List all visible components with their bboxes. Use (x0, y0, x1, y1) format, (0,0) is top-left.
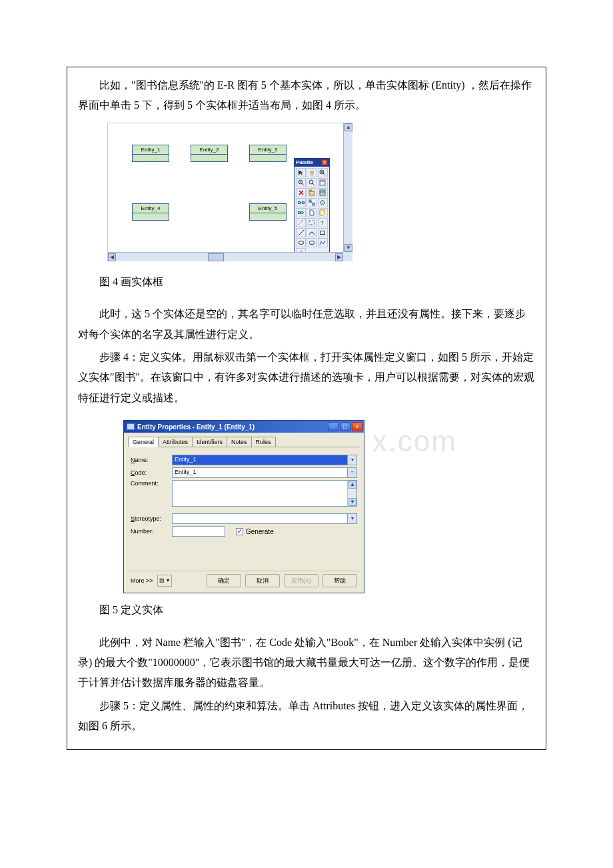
svg-line-1 (323, 173, 325, 175)
close-icon[interactable]: × (321, 159, 328, 165)
number-label: Number: (131, 528, 172, 535)
palette-grid: T (295, 167, 329, 259)
entity-tool-icon[interactable] (318, 188, 328, 197)
palette-titlebar[interactable]: Palette × (295, 159, 329, 167)
text-tool-icon[interactable] (306, 218, 316, 227)
dialog-footer: More >> ▤ ▾ 确定 取消 应用(A) 帮助 (128, 571, 360, 589)
maximize-button[interactable]: □ (340, 422, 350, 431)
rectangle-tool-icon[interactable] (318, 228, 328, 237)
svg-rect-21 (312, 203, 314, 205)
watermark-text: x.com (372, 425, 457, 458)
horizontal-scrollbar[interactable]: ◀ ▶ (108, 252, 343, 261)
vertical-scrollbar[interactable]: ▲ ▼ (343, 123, 352, 252)
rounded-rect-tool-icon[interactable] (306, 238, 316, 247)
svg-text:T: T (320, 220, 324, 226)
palette-toolbox[interactable]: Palette × (294, 158, 330, 259)
tab-identifiers[interactable]: Identifiers (192, 437, 227, 447)
figure-4-caption: 图 4 画实体框 (78, 272, 535, 292)
entity-box[interactable]: Entity_4 (132, 203, 169, 221)
figure-4-canvas-area: Entity_1 Entity_2 Entity_3 Entity_4 Enti… (107, 123, 352, 261)
entity-box[interactable]: Entity_5 (249, 203, 287, 221)
entity-body (250, 155, 286, 161)
delete-icon[interactable] (296, 188, 306, 197)
polyline-tool-icon[interactable] (318, 238, 328, 247)
svg-rect-13 (309, 191, 314, 195)
svg-rect-15 (320, 190, 325, 195)
svg-rect-14 (309, 190, 312, 191)
scroll-right-icon[interactable]: ▶ (335, 253, 343, 261)
tab-general[interactable]: General (128, 437, 159, 447)
more-button[interactable]: More >> (131, 577, 153, 584)
association-icon[interactable] (318, 198, 328, 207)
name-dropdown-icon[interactable]: ▾ (348, 455, 357, 465)
paragraph: 比如，"图书信息系统"的 E-R 图有 5 个基本实体，所以，单击实体图标 (E… (78, 75, 535, 116)
svg-rect-17 (298, 201, 300, 203)
svg-line-22 (310, 202, 313, 203)
code-input[interactable]: Entity_1 (172, 467, 348, 478)
stereotype-input[interactable] (172, 513, 348, 524)
paragraph: 此时，这 5 个实体还是空的，其名字可以临时任意选取，并且还没有属性。接下来，要… (78, 304, 535, 345)
stereotype-label: Stereotype: (131, 515, 172, 522)
dialog-titlebar[interactable]: Entity Properties - Entity_1 (Entity_1) … (124, 421, 364, 433)
tab-notes[interactable]: Notes (227, 437, 252, 447)
close-button[interactable]: × (352, 422, 362, 431)
tab-attributes[interactable]: Attributes (158, 437, 193, 447)
note-icon[interactable] (318, 208, 328, 217)
scroll-up-icon[interactable]: ▲ (348, 481, 356, 489)
palette-title-text: Palette (296, 159, 313, 165)
tab-rules[interactable]: Rules (251, 437, 276, 447)
number-input[interactable] (172, 526, 225, 537)
entity-box[interactable]: Entity_3 (249, 145, 287, 162)
diagram-canvas[interactable]: Entity_1 Entity_2 Entity_3 Entity_4 Enti… (108, 123, 343, 252)
generate-checkbox[interactable]: ✓ (236, 528, 243, 535)
name-input[interactable]: Entity_1 (172, 455, 348, 465)
svg-line-8 (312, 183, 314, 185)
apply-button[interactable]: 应用(A) (284, 574, 318, 587)
properties-icon[interactable] (318, 178, 328, 187)
link-icon[interactable] (296, 208, 306, 217)
figure-5-caption: 图 5 定义实体 (78, 600, 535, 620)
svg-rect-28 (320, 231, 325, 234)
textarea-scrollbar[interactable]: ▲ ▼ (347, 481, 356, 506)
svg-line-27 (299, 230, 304, 235)
minimize-button[interactable]: – (328, 422, 338, 431)
entity-box[interactable]: Entity_1 (132, 145, 169, 162)
scroll-up-icon[interactable]: ▲ (344, 123, 352, 131)
entity-box[interactable]: Entity_2 (191, 145, 228, 162)
svg-rect-20 (309, 200, 311, 202)
dialog-tabs: General Attributes Identifiers Notes Rul… (128, 435, 360, 447)
paragraph: 步骤 5：定义属性、属性的约束和算法。单击 Attributes 按钮，进入定义… (78, 696, 535, 737)
menu-dropdown-icon[interactable]: ▤ ▾ (157, 575, 172, 587)
zoom-out-icon[interactable] (296, 178, 306, 187)
zoom-in-icon[interactable] (318, 168, 328, 177)
svg-line-5 (302, 183, 304, 185)
paragraph: 此例中，对 Name 栏输入"图书"，在 Code 处输入"Book"，在 Nu… (78, 633, 535, 693)
zoom-fit-icon[interactable] (306, 178, 316, 187)
title-tool-icon[interactable]: T (318, 218, 328, 227)
scroll-left-icon[interactable]: ◀ (108, 253, 116, 261)
inheritance-icon[interactable] (306, 198, 316, 207)
ellipse-tool-icon[interactable] (296, 238, 306, 247)
scroll-down-icon[interactable]: ▼ (348, 498, 356, 506)
entity-label: Entity_4 (133, 204, 169, 213)
arc-tool-icon[interactable] (306, 228, 316, 237)
help-button[interactable]: 帮助 (322, 574, 357, 587)
dependency-icon[interactable] (296, 218, 306, 227)
paragraph: 步骤 4：定义实体。用鼠标双击第一个实体框，打开实体属性定义窗口，如图 5 所示… (78, 347, 535, 408)
package-icon[interactable] (306, 188, 316, 197)
comment-textarea[interactable]: ▲ ▼ (172, 480, 357, 507)
generate-label: Generate (246, 528, 274, 535)
hand-tool-icon[interactable] (306, 168, 316, 177)
file-icon[interactable] (306, 208, 316, 217)
entity-body (133, 155, 169, 161)
relationship-icon[interactable] (296, 198, 306, 207)
code-dropdown-icon[interactable]: = (348, 467, 357, 478)
scroll-down-icon[interactable]: ▼ (344, 244, 352, 252)
cancel-button[interactable]: 取消 (245, 574, 280, 587)
entity-label: Entity_1 (133, 145, 169, 155)
ok-button[interactable]: 确定 (207, 574, 241, 587)
line-tool-icon[interactable] (296, 228, 306, 237)
pointer-tool-icon[interactable] (296, 168, 306, 177)
scroll-thumb[interactable] (208, 253, 224, 261)
stereotype-dropdown-icon[interactable]: ▾ (348, 513, 357, 524)
